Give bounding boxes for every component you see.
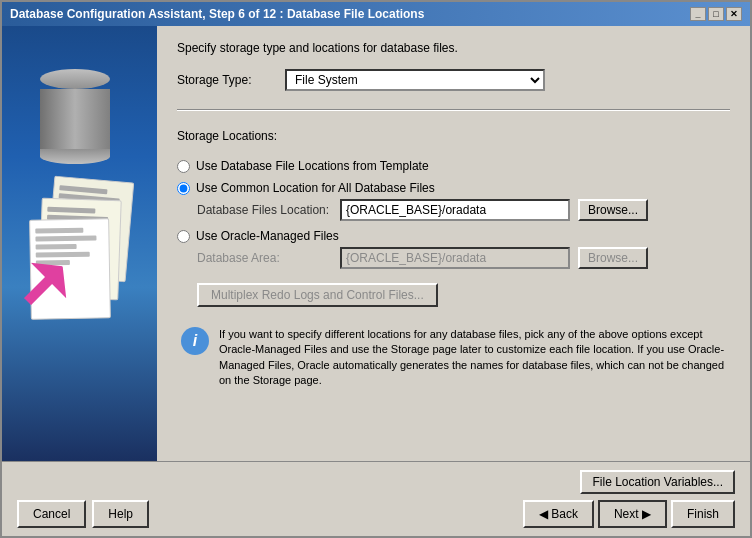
bottom-bar: File Location Variables... Cancel Help ◀… [2,461,750,536]
radio-oracle-managed-input[interactable] [177,230,190,243]
cylinder-top [40,69,110,89]
help-button[interactable]: Help [92,500,149,528]
radio-oracle-managed-group: Use Oracle-Managed Files Database Area: … [177,229,730,269]
cylinder-body [40,89,110,149]
divider [177,109,730,111]
radio-template-input[interactable] [177,160,190,173]
title-bar: Database Configuration Assistant, Step 6… [2,2,750,26]
window-title: Database Configuration Assistant, Step 6… [10,7,424,21]
right-panel: Specify storage type and locations for d… [157,26,750,461]
cylinder-bottom [40,149,110,164]
radio-oracle-managed: Use Oracle-Managed Files [177,229,730,243]
close-button[interactable]: ✕ [726,7,742,21]
browse-button-2: Browse... [578,247,648,269]
back-button[interactable]: ◀ Back [523,500,594,528]
radio-oracle-managed-label: Use Oracle-Managed Files [196,229,339,243]
db-files-location-row: Database Files Location: Browse... [197,199,730,221]
maximize-button[interactable]: □ [708,7,724,21]
info-icon: i [181,327,209,355]
nav-right: ◀ Back Next ▶ Finish [523,500,735,528]
browse-button-1[interactable]: Browse... [578,199,648,221]
left-panel [2,26,157,461]
db-files-location-input[interactable] [340,199,570,221]
back-arrow-icon: ◀ [539,507,548,521]
radio-common-input[interactable] [177,182,190,195]
storage-type-row: Storage Type: File System ASM Raw Device… [177,69,730,91]
radio-template-label: Use Database File Locations from Templat… [196,159,429,173]
cancel-button[interactable]: Cancel [17,500,86,528]
info-box: i If you want to specify different locat… [177,323,730,393]
storage-type-label: Storage Type: [177,73,277,87]
main-window: Database Configuration Assistant, Step 6… [0,0,752,538]
radio-common-group: Use Common Location for All Database Fil… [177,181,730,221]
title-bar-buttons: _ □ ✕ [690,7,742,21]
db-cylinder-icon [35,69,115,159]
db-area-input [340,247,570,269]
back-label: Back [551,507,578,521]
storage-type-dropdown[interactable]: File System ASM Raw Devices [285,69,545,91]
illustration [15,59,145,429]
radio-common-label: Use Common Location for All Database Fil… [196,181,435,195]
multiplex-row: Multiplex Redo Logs and Control Files... [177,279,730,307]
info-text: If you want to specify different locatio… [219,327,726,389]
db-area-row: Database Area: Browse... [197,247,730,269]
main-content: Specify storage type and locations for d… [2,26,750,461]
next-arrow-icon: ▶ [642,507,651,521]
multiplex-button[interactable]: Multiplex Redo Logs and Control Files... [197,283,438,307]
nav-left: Cancel Help [17,500,149,528]
radio-group: Use Database File Locations from Templat… [177,159,730,269]
next-label: Next [614,507,639,521]
nav-row: Cancel Help ◀ Back Next ▶ Finish [17,500,735,528]
db-area-label: Database Area: [197,251,332,265]
minimize-button[interactable]: _ [690,7,706,21]
finish-button[interactable]: Finish [671,500,735,528]
section-description: Specify storage type and locations for d… [177,41,730,55]
next-button[interactable]: Next ▶ [598,500,667,528]
storage-locations-label: Storage Locations: [177,129,730,143]
radio-template: Use Database File Locations from Templat… [177,159,730,173]
radio-common: Use Common Location for All Database Fil… [177,181,730,195]
file-location-row: File Location Variables... [17,470,735,494]
file-location-variables-button[interactable]: File Location Variables... [580,470,735,494]
db-files-location-label: Database Files Location: [197,203,332,217]
